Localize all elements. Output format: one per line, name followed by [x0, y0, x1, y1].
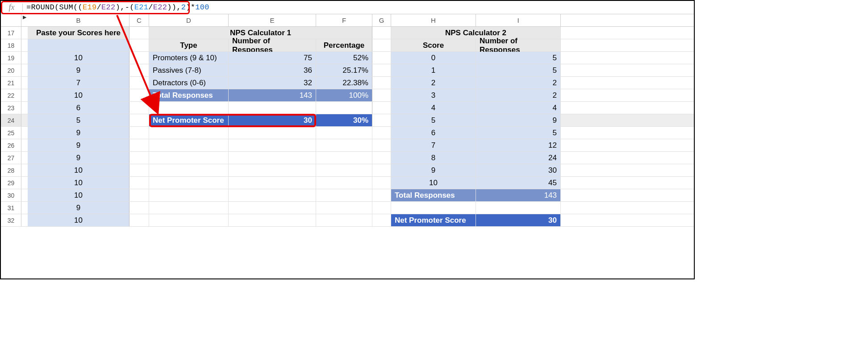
row-header[interactable]: 24 — [1, 114, 21, 126]
cell-e27[interactable] — [229, 152, 316, 164]
cell-e21[interactable]: 32 — [229, 77, 316, 89]
cell-g23[interactable] — [372, 102, 391, 114]
cell-c24[interactable] — [129, 114, 149, 126]
row-header[interactable]: 31 — [1, 202, 21, 214]
cell-b22[interactable]: 10 — [28, 89, 129, 101]
cell-h31[interactable] — [391, 202, 476, 214]
cell-c21[interactable] — [129, 77, 149, 89]
cell-d29[interactable] — [149, 177, 229, 189]
cell-h26[interactable]: 7 — [391, 139, 476, 151]
cell-d31[interactable] — [149, 202, 229, 214]
cell-i31[interactable] — [476, 202, 561, 214]
col-header-g[interactable]: G — [372, 14, 391, 26]
cell-h27[interactable]: 8 — [391, 152, 476, 164]
cell-f23[interactable] — [316, 102, 372, 114]
cell-c29[interactable] — [129, 177, 149, 189]
cell-f24[interactable]: 30% — [316, 114, 372, 126]
cell-f31[interactable] — [316, 202, 372, 214]
row-header[interactable]: 22 — [1, 89, 21, 101]
cell-c30[interactable] — [129, 189, 149, 201]
cell-e32[interactable] — [229, 214, 316, 226]
cell-c26[interactable] — [129, 139, 149, 151]
cell-h28[interactable]: 9 — [391, 164, 476, 176]
cell-g22[interactable] — [372, 89, 391, 101]
cell-h32[interactable]: Net Promoter Score — [391, 214, 476, 226]
cell-c20[interactable] — [129, 64, 149, 76]
cell-e31[interactable] — [229, 202, 316, 214]
cell-g20[interactable] — [372, 64, 391, 76]
col-header-e[interactable]: E — [229, 14, 316, 26]
cell-h19[interactable]: 0 — [391, 52, 476, 64]
cell-h23[interactable]: 4 — [391, 102, 476, 114]
cell-d32[interactable] — [149, 214, 229, 226]
cell-g26[interactable] — [372, 139, 391, 151]
cell-g25[interactable] — [372, 127, 391, 139]
row-header[interactable]: 21 — [1, 77, 21, 89]
cell-b28[interactable]: 10 — [28, 164, 129, 176]
cell-g19[interactable] — [372, 52, 391, 64]
cell-b26[interactable]: 9 — [28, 139, 129, 151]
cell-b29[interactable]: 10 — [28, 177, 129, 189]
cell-f32[interactable] — [316, 214, 372, 226]
col-header-f[interactable]: F — [316, 14, 372, 26]
cell-i23[interactable]: 4 — [476, 102, 561, 114]
cell-f20[interactable]: 25.17% — [316, 64, 372, 76]
cell-i22[interactable]: 2 — [476, 89, 561, 101]
cell-e29[interactable] — [229, 177, 316, 189]
cell-d20[interactable]: Passives (7-8) — [149, 64, 229, 76]
cell-g18[interactable] — [372, 39, 391, 51]
formula-bar[interactable]: fx =ROUND(SUM((E19/E22),-(E21/E22)),2)*1… — [1, 1, 694, 14]
cell-d25[interactable] — [149, 127, 229, 139]
cell-b32[interactable]: 10 — [28, 214, 129, 226]
cell-e26[interactable] — [229, 139, 316, 151]
cell-b23[interactable]: 6 — [28, 102, 129, 114]
cell-h22[interactable]: 3 — [391, 89, 476, 101]
cell-d19[interactable]: Promoters (9 & 10) — [149, 52, 229, 64]
cell-f30[interactable] — [316, 189, 372, 201]
cell-d28[interactable] — [149, 164, 229, 176]
cell-h20[interactable]: 1 — [391, 64, 476, 76]
cell-e24[interactable]: 30 — [229, 114, 316, 126]
col-header-d[interactable]: D — [149, 14, 229, 26]
cell-f29[interactable] — [316, 177, 372, 189]
cell-e19[interactable]: 75 — [229, 52, 316, 64]
cell-c19[interactable] — [129, 52, 149, 64]
cell-c17[interactable] — [129, 27, 149, 39]
cell-h29[interactable]: 10 — [391, 177, 476, 189]
cell-f18[interactable]: Percentage — [316, 39, 372, 51]
cell-e22[interactable]: 143 — [229, 89, 316, 101]
expand-columns-icon[interactable]: ▶ — [21, 14, 28, 26]
cell-c27[interactable] — [129, 152, 149, 164]
cell-d30[interactable] — [149, 189, 229, 201]
cell-f26[interactable] — [316, 139, 372, 151]
cell-i28[interactable]: 30 — [476, 164, 561, 176]
cell-d18[interactable]: Type — [149, 39, 229, 51]
col-header-c[interactable]: C — [129, 14, 149, 26]
row-header[interactable]: 19 — [1, 52, 21, 64]
cell-i30[interactable]: 143 — [476, 189, 561, 201]
formula-input[interactable]: =ROUND(SUM((E19/E22),-(E21/E22)),2)*100 — [23, 3, 209, 12]
cell-g29[interactable] — [372, 177, 391, 189]
cell-i21[interactable]: 2 — [476, 77, 561, 89]
cell-i27[interactable]: 24 — [476, 152, 561, 164]
cell-g31[interactable] — [372, 202, 391, 214]
cell-g32[interactable] — [372, 214, 391, 226]
row-header[interactable]: 25 — [1, 127, 21, 139]
cell-i26[interactable]: 12 — [476, 139, 561, 151]
cell-b30[interactable]: 10 — [28, 189, 129, 201]
cell-e30[interactable] — [229, 189, 316, 201]
cell-e18[interactable]: Number of Responses — [229, 39, 316, 51]
cell-f28[interactable] — [316, 164, 372, 176]
cell-i25[interactable]: 5 — [476, 127, 561, 139]
cell-h25[interactable]: 6 — [391, 127, 476, 139]
cell-i19[interactable]: 5 — [476, 52, 561, 64]
cell-d24[interactable]: Net Promoter Score — [149, 114, 229, 126]
cell-e25[interactable] — [229, 127, 316, 139]
cell-g21[interactable] — [372, 77, 391, 89]
cell-b17[interactable]: Paste your Scores here — [28, 27, 129, 39]
cell-g28[interactable] — [372, 164, 391, 176]
cell-i32[interactable]: 30 — [476, 214, 561, 226]
cell-b31[interactable]: 9 — [28, 202, 129, 214]
cell-c31[interactable] — [129, 202, 149, 214]
col-header-b[interactable]: B — [28, 14, 129, 26]
